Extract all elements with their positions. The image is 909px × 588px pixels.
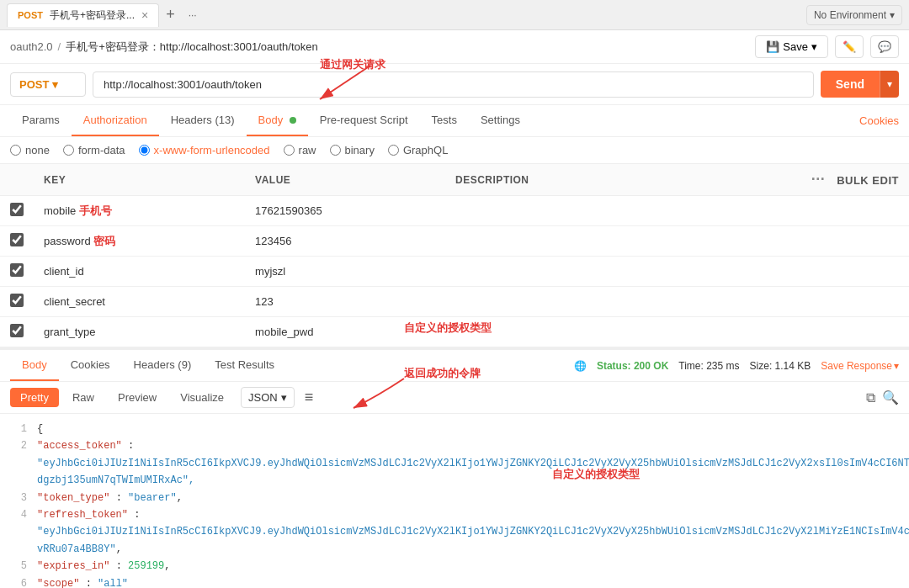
format-bar: Pretty Raw Preview Visualize JSON ▾ ≡ ⧉ … xyxy=(0,382,909,414)
table-row: client_secret 123 xyxy=(0,287,909,317)
row-description-cell[interactable] xyxy=(445,257,661,287)
response-tab-cookies[interactable]: Cookies xyxy=(59,350,122,381)
format-preview-button[interactable]: Preview xyxy=(108,388,167,407)
json-line-4: 4 "refresh_token" : "eyJhbGci0iJIUzI1NiI… xyxy=(10,506,899,558)
row-key-cell: mobile 手机号 xyxy=(34,196,245,226)
search-response-button[interactable]: 🔍 xyxy=(882,389,899,405)
body-badge xyxy=(290,117,296,124)
row-value-cell[interactable]: 123456 xyxy=(245,226,445,257)
row-action-cell xyxy=(661,226,909,257)
json-line-2: 2 "access_token" : "eyJhbGci0iJIUzI1NiIs… xyxy=(10,437,899,489)
edit-icon-button[interactable]: ✏️ xyxy=(835,35,864,58)
json-line-1: 1 { xyxy=(10,421,899,437)
tab-tests[interactable]: Tests xyxy=(420,105,469,136)
body-type-raw-radio[interactable] xyxy=(284,145,295,156)
comment-icon-button[interactable]: 💬 xyxy=(870,35,899,58)
tab-headers[interactable]: Headers (13) xyxy=(159,105,247,136)
col-description-header: DESCRIPTION xyxy=(445,164,661,196)
response-tab-headers[interactable]: Headers (9) xyxy=(122,350,204,381)
response-tabs: Body Cookies Headers (9) Test Results 🌐 … xyxy=(0,350,909,382)
table-row: mobile 手机号 17621590365 xyxy=(0,196,909,226)
tab-close-button[interactable]: × xyxy=(141,8,148,22)
breadcrumb-root[interactable]: oauth2.0 xyxy=(10,40,53,53)
row-action-cell xyxy=(661,196,909,226)
response-tab-body[interactable]: Body xyxy=(10,350,59,381)
body-type-none[interactable]: none xyxy=(10,144,50,156)
line-number: 5 xyxy=(10,558,27,575)
row-checkbox[interactable] xyxy=(10,263,24,277)
save-icon: 💾 xyxy=(766,40,779,53)
row-value-cell[interactable]: mobile_pwd xyxy=(245,317,445,347)
col-actions-header: ··· Bulk Edit xyxy=(661,164,909,196)
col-key-header: KEY xyxy=(34,164,245,196)
row-checkbox-cell[interactable] xyxy=(0,226,34,257)
json-expires-in: "expires_in" : 259199, xyxy=(37,558,170,575)
save-button[interactable]: 💾 Save ▾ xyxy=(755,35,828,58)
tab-body[interactable]: Body xyxy=(247,105,308,136)
row-description-cell[interactable] xyxy=(445,196,661,226)
row-value-cell[interactable]: myjszl xyxy=(245,257,445,287)
row-checkbox-cell[interactable] xyxy=(0,287,34,317)
more-options-icon[interactable]: ··· xyxy=(811,171,826,188)
json-open-brace: { xyxy=(37,421,43,437)
row-checkbox[interactable] xyxy=(10,294,24,307)
save-response-button[interactable]: Save Response ▾ xyxy=(821,360,899,372)
format-raw-button[interactable]: Raw xyxy=(62,388,104,407)
tab-settings[interactable]: Settings xyxy=(469,105,532,136)
row-description-cell[interactable] xyxy=(445,226,661,257)
body-type-binary[interactable]: binary xyxy=(330,144,375,156)
row-value-cell[interactable]: 123 xyxy=(245,287,445,317)
format-json-selector[interactable]: JSON ▾ xyxy=(241,387,295,408)
row-checkbox[interactable] xyxy=(10,324,24,337)
row-description-cell[interactable] xyxy=(445,317,661,347)
row-description-cell[interactable] xyxy=(445,287,661,317)
send-dropdown-button[interactable]: ▾ xyxy=(880,71,899,98)
row-value-cell[interactable]: 17621590365 xyxy=(245,196,445,226)
environment-label: No Environment xyxy=(814,9,886,21)
body-type-urlencoded[interactable]: x-www-form-urlencoded xyxy=(139,144,270,156)
new-tab-button[interactable]: + xyxy=(159,6,182,24)
body-type-urlencoded-label: x-www-form-urlencoded xyxy=(154,144,270,156)
json-line-3: 3 "token_type" : "bearer", xyxy=(10,490,899,506)
body-type-form-data[interactable]: form-data xyxy=(63,144,125,156)
row-checkbox-cell[interactable] xyxy=(0,196,34,226)
send-button[interactable]: Send xyxy=(821,71,880,98)
method-selector[interactable]: POST ▾ xyxy=(10,72,86,97)
cookies-link[interactable]: Cookies xyxy=(859,114,899,127)
row-checkbox[interactable] xyxy=(10,203,24,216)
body-type-urlencoded-radio[interactable] xyxy=(139,145,150,156)
body-type-raw[interactable]: raw xyxy=(284,144,316,156)
environment-selector[interactable]: No Environment ▾ xyxy=(806,5,902,25)
row-checkbox[interactable] xyxy=(10,233,24,246)
row-action-cell xyxy=(661,287,909,317)
body-type-none-radio[interactable] xyxy=(10,145,21,156)
request-tabs: Params Authorization Headers (13) Body P… xyxy=(0,105,909,137)
tab-authorization[interactable]: Authorization xyxy=(72,105,159,136)
row-checkbox-cell[interactable] xyxy=(0,257,34,287)
format-json-chevron: ▾ xyxy=(281,391,287,404)
environment-chevron: ▾ xyxy=(890,9,895,21)
tab-params[interactable]: Params xyxy=(10,105,72,136)
send-group: Send ▾ xyxy=(821,71,899,98)
wrap-icon[interactable]: ≡ xyxy=(305,389,314,406)
table-row: grant_type mobile_pwd xyxy=(0,317,909,347)
form-table-container: KEY VALUE DESCRIPTION ··· Bulk Edit mobi… xyxy=(0,164,909,347)
body-type-graphql-radio[interactable] xyxy=(388,145,399,156)
copy-response-button[interactable]: ⧉ xyxy=(866,390,875,405)
format-visualize-button[interactable]: Visualize xyxy=(170,388,234,407)
response-tab-test-results[interactable]: Test Results xyxy=(203,350,286,381)
format-pretty-button[interactable]: Pretty xyxy=(10,388,59,407)
url-input[interactable] xyxy=(93,72,814,98)
json-scope: "scope" : "all" xyxy=(37,575,128,588)
active-tab[interactable]: POST 手机号+密码登录... × xyxy=(7,3,159,27)
tab-more-button[interactable]: ··· xyxy=(182,9,204,21)
bulk-edit-button[interactable]: Bulk Edit xyxy=(837,174,899,187)
body-type-form-data-radio[interactable] xyxy=(63,145,74,156)
row-action-cell xyxy=(661,257,909,287)
tab-method-badge: POST xyxy=(18,10,43,20)
body-type-graphql[interactable]: GraphQL xyxy=(388,144,448,156)
row-checkbox-cell[interactable] xyxy=(0,317,34,347)
format-json-label: JSON xyxy=(248,391,278,404)
tab-pre-request-script[interactable]: Pre-request Script xyxy=(308,105,420,136)
body-type-binary-radio[interactable] xyxy=(330,145,341,156)
